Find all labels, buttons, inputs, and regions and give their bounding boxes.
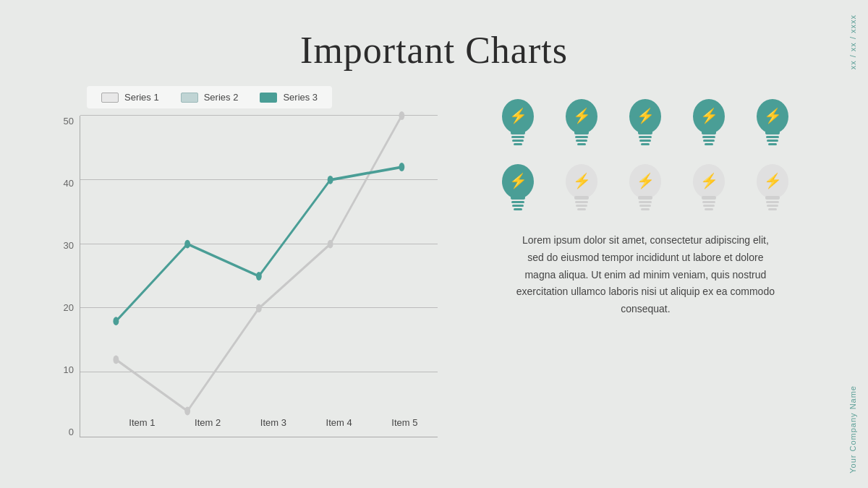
- svg-text:⚡: ⚡: [764, 172, 782, 189]
- svg-rect-34: [514, 208, 522, 210]
- svg-rect-21: [703, 140, 715, 142]
- svg-rect-52: [705, 208, 713, 210]
- bulb-row-1: ⚡ ⚡: [492, 93, 799, 153]
- bulb-inactive-1: ⚡: [556, 158, 608, 218]
- svg-text:⚡: ⚡: [573, 107, 591, 124]
- x-label-2: Item 2: [195, 417, 221, 428]
- y-label-30: 30: [64, 240, 74, 251]
- dot-s2-5: [399, 163, 404, 171]
- bulb-active-2: ⚡: [556, 93, 608, 153]
- legend-series1: Series 1: [101, 92, 159, 103]
- line-series1: [116, 116, 401, 411]
- legend-color-series2: [181, 93, 198, 103]
- svg-text:⚡: ⚡: [764, 107, 782, 124]
- bulb-row-2: ⚡ ⚡: [492, 158, 799, 218]
- right-section: ⚡ ⚡: [467, 86, 825, 466]
- svg-rect-10: [577, 143, 586, 145]
- dot-s1-1: [113, 356, 119, 364]
- svg-text:⚡: ⚡: [700, 172, 718, 189]
- dot-s2-1: [113, 317, 119, 325]
- legend-label-series2: Series 2: [204, 92, 239, 103]
- side-company-label: Your Company Name: [848, 385, 857, 474]
- bulb-active-4: ⚡: [683, 93, 735, 153]
- svg-rect-33: [512, 205, 524, 207]
- x-label-5: Item 5: [391, 417, 417, 428]
- y-label-0: 0: [69, 427, 74, 437]
- svg-rect-50: [702, 201, 715, 203]
- legend-label-series1: Series 1: [124, 92, 159, 103]
- page-title: Important Charts: [0, 29, 868, 72]
- svg-rect-40: [577, 208, 586, 210]
- y-axis-labels: 0 10 20 30 40 50: [51, 116, 80, 437]
- svg-rect-27: [767, 140, 778, 142]
- svg-rect-55: [765, 196, 780, 200]
- svg-rect-39: [576, 205, 587, 207]
- legend-color-series1: [101, 93, 119, 103]
- bulb-active-3: ⚡: [619, 93, 671, 153]
- svg-rect-44: [639, 201, 652, 203]
- dot-s1-5: [399, 111, 404, 120]
- x-label-3: Item 3: [260, 417, 286, 428]
- legend-label-series3: Series 3: [283, 92, 318, 103]
- content-area: Series 1 Series 2 Series 3 0 10: [0, 86, 868, 488]
- svg-rect-1: [511, 131, 525, 134]
- svg-rect-14: [639, 136, 652, 138]
- svg-rect-32: [511, 201, 524, 203]
- chart-plot: Item 1 Item 2 Item 3 Item 4 Item 5: [80, 116, 438, 437]
- x-label-1: Item 1: [129, 417, 155, 428]
- side-date-label: xx / xx / xxxx: [848, 14, 857, 69]
- svg-rect-4: [514, 143, 522, 145]
- svg-text:⚡: ⚡: [509, 107, 527, 124]
- svg-rect-46: [641, 208, 650, 210]
- svg-rect-19: [702, 131, 716, 134]
- svg-rect-43: [638, 196, 652, 200]
- bulb-inactive-4: ⚡: [746, 158, 799, 218]
- svg-rect-16: [641, 143, 650, 145]
- chart-container: 0 10 20 30 40 50: [51, 116, 438, 466]
- y-label-40: 40: [64, 178, 74, 189]
- svg-rect-49: [702, 196, 716, 200]
- svg-text:⚡: ⚡: [700, 107, 718, 124]
- dot-s2-4: [328, 176, 333, 184]
- slide: xx / xx / xxxx Your Company Name Importa…: [0, 0, 868, 488]
- bulb-grid: ⚡ ⚡: [492, 93, 799, 218]
- chart-legend: Series 1 Series 2 Series 3: [87, 86, 332, 108]
- svg-text:⚡: ⚡: [509, 172, 527, 189]
- svg-rect-51: [703, 205, 715, 207]
- bulb-active-6: ⚡: [492, 158, 544, 218]
- svg-rect-13: [638, 131, 652, 134]
- dot-s1-4: [328, 240, 333, 249]
- svg-text:⚡: ⚡: [637, 172, 655, 189]
- x-labels: Item 1 Item 2 Item 3 Item 4 Item 5: [109, 408, 438, 437]
- svg-rect-38: [575, 201, 588, 203]
- legend-color-series3: [260, 93, 277, 103]
- svg-rect-58: [768, 208, 777, 210]
- bulb-active-5: ⚡: [746, 93, 799, 153]
- chart-section: Series 1 Series 2 Series 3 0 10: [43, 86, 438, 466]
- dot-s2-2: [184, 240, 190, 249]
- svg-rect-25: [765, 131, 780, 134]
- svg-rect-26: [766, 136, 779, 138]
- svg-rect-45: [639, 205, 651, 207]
- svg-rect-37: [574, 196, 589, 200]
- svg-rect-2: [511, 136, 524, 138]
- svg-rect-8: [575, 136, 588, 138]
- svg-rect-31: [511, 196, 525, 200]
- svg-rect-15: [639, 140, 651, 142]
- chart-svg: [80, 116, 438, 437]
- line-series2: [116, 167, 401, 321]
- svg-rect-56: [766, 201, 779, 203]
- svg-rect-20: [702, 136, 715, 138]
- title-area: Important Charts: [0, 0, 868, 86]
- x-label-4: Item 4: [326, 417, 352, 428]
- svg-text:⚡: ⚡: [573, 172, 591, 189]
- bulb-inactive-3: ⚡: [683, 158, 735, 218]
- svg-rect-28: [768, 143, 777, 145]
- dot-s2-3: [256, 272, 262, 281]
- y-label-50: 50: [64, 116, 74, 127]
- y-label-20: 20: [64, 302, 74, 313]
- description-text: Lorem ipsum dolor sit amet, consectetur …: [515, 232, 775, 318]
- bulb-inactive-2: ⚡: [619, 158, 671, 218]
- chart-inner: 0 10 20 30 40 50: [51, 116, 438, 466]
- legend-series3: Series 3: [260, 92, 318, 103]
